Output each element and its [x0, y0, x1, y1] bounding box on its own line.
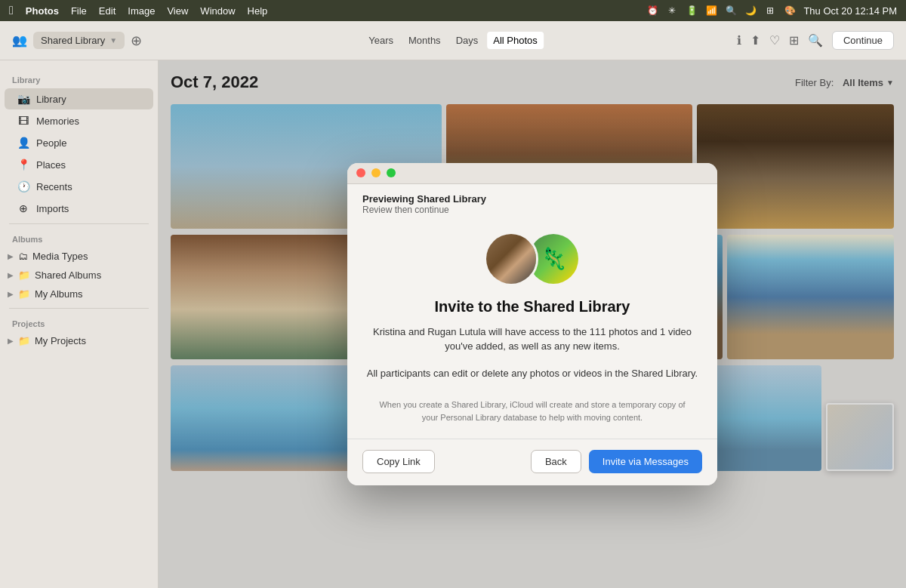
copy-link-button[interactable]: Copy Link [362, 450, 435, 473]
search-icon[interactable]: 🔍 [808, 33, 823, 48]
sidebar-divider-2 [9, 308, 149, 309]
view-months-button[interactable]: Months [402, 32, 447, 49]
share-icon[interactable]: ⬆ [750, 33, 760, 48]
shared-library-button[interactable]: Shared Library ▼ [33, 32, 125, 49]
edit-menu[interactable]: Edit [99, 5, 116, 17]
favorite-icon[interactable]: ♡ [769, 33, 780, 48]
sidebar-item-shared-albums[interactable]: ▶ 📁 Shared Albums [0, 266, 158, 285]
control-center-icon[interactable]: ⊞ [764, 5, 776, 17]
footer-action-group: Back Invite via Messages [531, 450, 702, 473]
clock: Thu Oct 20 12:14 PM [803, 5, 897, 17]
app-window: 👥 Shared Library ▼ ⊕ Years Months Days A… [0, 21, 906, 588]
image-menu[interactable]: Image [128, 5, 155, 17]
battery-icon: 🔋 [686, 5, 698, 17]
dialog-preview-header: Previewing Shared Library Review then co… [347, 184, 717, 220]
maximize-button[interactable] [387, 168, 396, 177]
main-layout: Library 📷 Library 🎞 Memories 👤 People 📍 … [0, 60, 906, 588]
chevron-right-icon: ▶ [8, 252, 14, 260]
account-icon: 🎨 [784, 5, 796, 17]
invite-via-messages-button[interactable]: Invite via Messages [589, 450, 702, 473]
view-days-button[interactable]: Days [450, 32, 485, 49]
sidebar-item-memories[interactable]: 🎞 Memories [5, 110, 153, 131]
wifi-icon: 📶 [705, 5, 717, 17]
grid-icon[interactable]: ⊞ [789, 33, 799, 48]
people-icon: 👥 [12, 33, 27, 48]
toolbar-right: ℹ ⬆ ♡ ⊞ 🔍 Continue [737, 31, 894, 50]
dialog-edit-note: All participants can edit or delete any … [365, 366, 699, 381]
sidebar-item-places[interactable]: 📍 Places [5, 154, 153, 175]
toolbar-center: Years Months Days All Photos [362, 32, 544, 49]
help-menu[interactable]: Help [248, 5, 268, 17]
dialog-titlebar [347, 163, 717, 184]
sidebar-item-my-projects[interactable]: ▶ 📁 My Projects [0, 331, 158, 350]
library-icon: 📷 [17, 92, 30, 106]
shared-lib-chevron: ▼ [109, 36, 117, 45]
sidebar: Library 📷 Library 🎞 Memories 👤 People 📍 … [0, 60, 159, 588]
sidebar-item-recents[interactable]: 🕐 Recents [5, 176, 153, 197]
menubar-left:  Photos File Edit Image View Window Hel… [9, 4, 267, 17]
back-button[interactable]: Back [531, 450, 581, 473]
my-albums-icon: 📁 [18, 288, 30, 300]
sidebar-section-projects: Projects [0, 313, 158, 331]
sidebar-item-my-albums[interactable]: ▶ 📁 My Albums [0, 285, 158, 303]
view-all-photos-button[interactable]: All Photos [487, 32, 544, 49]
sidebar-label-people: People [36, 137, 66, 149]
add-icon[interactable]: ⊕ [131, 32, 142, 49]
memories-icon: 🎞 [17, 114, 30, 128]
sidebar-label-memories: Memories [36, 115, 79, 127]
view-menu[interactable]: View [167, 5, 188, 17]
avatar-pair: 🦎 [365, 232, 699, 286]
siri-icon: 🌙 [744, 5, 757, 17]
sidebar-item-media-types[interactable]: ▶ 🗂 Media Types [0, 247, 158, 266]
dialog-footer: Copy Link Back Invite via Messages [347, 439, 717, 485]
sidebar-item-library[interactable]: 📷 Library [5, 88, 153, 109]
sidebar-label-recents: Recents [36, 181, 72, 192]
album-icon: 🗂 [18, 251, 28, 262]
sidebar-section-library: Library [0, 69, 158, 88]
dialog-preview-title: Previewing Shared Library [362, 193, 702, 205]
sidebar-label-my-projects: My Projects [35, 335, 86, 346]
places-icon: 📍 [17, 158, 30, 171]
shared-albums-icon: 📁 [18, 269, 30, 281]
search-menubar-icon[interactable]: 🔍 [725, 5, 737, 17]
dialog-description: Kristina and Rugan Lutula will have acce… [365, 325, 699, 354]
sidebar-divider-1 [9, 223, 149, 224]
content-area: Oct 7, 2022 Filter By: All Items ▼ [159, 60, 906, 588]
recents-icon: 🕐 [17, 180, 30, 193]
sidebar-item-people[interactable]: 👤 People [5, 132, 153, 153]
window-menu[interactable]: Window [200, 5, 235, 17]
file-menu[interactable]: File [71, 5, 87, 17]
sidebar-section-albums: Albums [0, 229, 158, 247]
sidebar-label-my-albums: My Albums [35, 288, 83, 300]
apple-logo-icon[interactable]:  [9, 4, 14, 17]
people-sidebar-icon: 👤 [17, 136, 30, 149]
sidebar-label-imports: Imports [36, 203, 69, 214]
sidebar-label-media-types: Media Types [32, 251, 88, 262]
time-machine-icon: ⏰ [646, 5, 658, 17]
close-button[interactable] [356, 168, 365, 177]
menubar:  Photos File Edit Image View Window Hel… [0, 0, 906, 21]
dialog: Previewing Shared Library Review then co… [347, 163, 717, 486]
shared-lib-label: Shared Library [41, 35, 105, 46]
menubar-right: ⏰ ✳ 🔋 📶 🔍 🌙 ⊞ 🎨 Thu Oct 20 12:14 PM [646, 5, 897, 17]
imports-icon: ⊕ [17, 202, 30, 215]
sidebar-item-imports[interactable]: ⊕ Imports [5, 198, 153, 219]
minimize-button[interactable] [371, 168, 381, 177]
dialog-title: Invite to the Shared Library [365, 298, 699, 316]
dialog-body: 🦎 Invite to the Shared Library Kristina … [347, 220, 717, 439]
chevron-right-icon-4: ▶ [8, 337, 14, 345]
dialog-preview-sub: Review then continue [362, 205, 702, 215]
dialog-icloud-note: When you create a Shared Library, iCloud… [365, 399, 699, 423]
sidebar-label-shared-albums: Shared Albums [35, 269, 101, 281]
modal-overlay: Previewing Shared Library Review then co… [159, 60, 906, 588]
chevron-right-icon-3: ▶ [8, 290, 14, 298]
continue-button[interactable]: Continue [832, 31, 894, 50]
info-icon[interactable]: ℹ [737, 33, 741, 48]
bluetooth-icon: ✳ [666, 5, 678, 17]
chevron-right-icon-2: ▶ [8, 271, 14, 279]
view-years-button[interactable]: Years [362, 32, 399, 49]
sidebar-label-library: Library [36, 94, 66, 105]
app-name-menu[interactable]: Photos [26, 5, 59, 17]
avatar-photo-bg [486, 234, 536, 284]
my-projects-icon: 📁 [18, 335, 30, 346]
